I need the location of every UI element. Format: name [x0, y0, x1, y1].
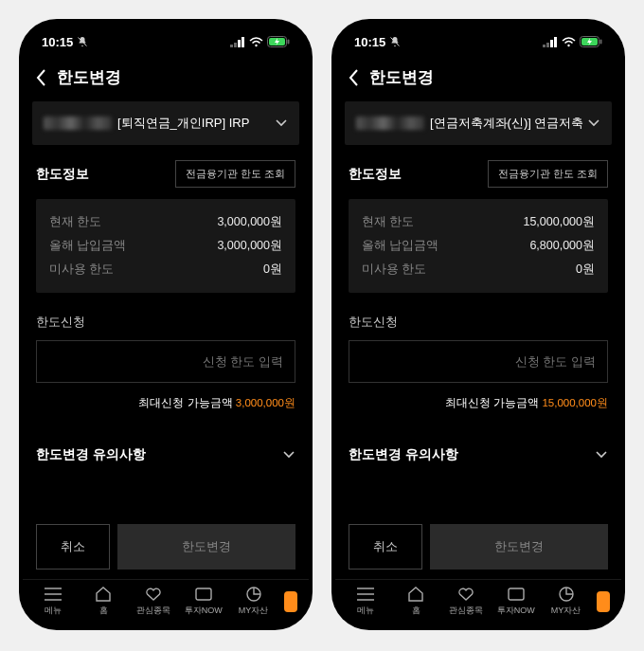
- page-header: 한도변경: [23, 55, 309, 98]
- query-all-institutions-button[interactable]: 전금융기관 한도 조회: [175, 160, 295, 188]
- nav-home[interactable]: 홈: [391, 586, 441, 617]
- apply-section: 한도신청: [335, 304, 621, 389]
- row-year-deposit: 올해 납입금액 3,000,000원: [49, 234, 282, 258]
- phone-screen-left: 10:15 한도변경 [퇴직연금_개인IRP] IRP 한도정보 전금융기관 한…: [19, 19, 313, 630]
- bell-silent-icon: [389, 36, 401, 47]
- bottom-nav: 메뉴 홈 관심종목 투자NOW MY자산: [335, 579, 621, 626]
- back-icon[interactable]: [349, 69, 360, 86]
- svg-point-19: [567, 44, 569, 45]
- apply-section: 한도신청: [23, 304, 309, 389]
- account-selector[interactable]: [연금저축계좌(신)] 연금저축: [345, 101, 612, 145]
- svg-rect-26: [509, 588, 524, 600]
- apply-title: 한도신청: [36, 314, 295, 331]
- account-selector[interactable]: [퇴직연금_개인IRP] IRP: [32, 101, 299, 145]
- wifi-icon: [562, 37, 576, 47]
- heart-icon: [144, 586, 163, 603]
- query-all-institutions-button[interactable]: 전금융기관 한도 조회: [488, 160, 608, 188]
- limit-input[interactable]: [36, 340, 295, 383]
- pie-icon: [557, 586, 576, 603]
- pie-icon: [244, 586, 263, 603]
- svg-rect-8: [288, 40, 290, 45]
- notice-expander[interactable]: 한도변경 유의사항: [23, 424, 309, 480]
- back-icon[interactable]: [36, 69, 47, 86]
- max-amount: 15,000,000원: [542, 397, 608, 408]
- nav-highlight-pill[interactable]: [591, 591, 616, 612]
- svg-rect-18: [554, 37, 557, 47]
- nav-my-assets[interactable]: MY자산: [541, 586, 591, 617]
- nav-watchlist[interactable]: 관심종목: [129, 586, 179, 617]
- cancel-button[interactable]: 취소: [36, 524, 110, 570]
- status-time: 10:15: [42, 35, 73, 49]
- limit-info-section: 한도정보 전금융기관 한도 조회 현재 한도 15,000,000원 올해 납입…: [335, 145, 621, 304]
- phone-screen-right: 10:15 한도변경 [연금저축계좌(신)] 연금저축 한도정보 전금융기관 한…: [331, 19, 625, 630]
- submit-button[interactable]: 한도변경: [430, 524, 608, 570]
- page-title: 한도변경: [369, 66, 434, 88]
- cancel-button[interactable]: 취소: [349, 524, 422, 570]
- svg-rect-4: [242, 37, 244, 47]
- svg-rect-12: [196, 588, 211, 600]
- status-time: 10:15: [354, 35, 385, 49]
- svg-rect-15: [543, 45, 546, 47]
- apply-title: 한도신청: [349, 314, 608, 331]
- nav-menu[interactable]: 메뉴: [341, 586, 391, 617]
- svg-rect-2: [234, 43, 237, 47]
- nav-my-assets[interactable]: MY자산: [228, 586, 278, 617]
- svg-rect-17: [550, 40, 553, 47]
- account-label: [퇴직연금_개인IRP] IRP: [117, 115, 249, 132]
- orange-pill-icon: [597, 591, 610, 612]
- page-header: 한도변경: [335, 55, 621, 98]
- nav-highlight-pill[interactable]: [278, 591, 303, 612]
- limit-info-title: 한도정보: [36, 166, 89, 183]
- menu-icon: [44, 586, 63, 603]
- nav-invest-now[interactable]: 투자NOW: [491, 586, 541, 617]
- row-current-limit: 현재 한도 15,000,000원: [362, 210, 595, 234]
- svg-point-5: [255, 44, 257, 45]
- bottom-actions: 취소 한도변경: [23, 524, 309, 579]
- home-icon: [94, 586, 113, 603]
- orange-pill-icon: [284, 591, 297, 612]
- chevron-down-icon: [275, 118, 288, 128]
- home-icon: [406, 586, 425, 603]
- wifi-icon: [249, 37, 263, 47]
- limit-info-title: 한도정보: [349, 166, 402, 183]
- screen-icon: [507, 586, 526, 603]
- battery-icon: [267, 36, 290, 47]
- heart-icon: [456, 586, 475, 603]
- screen-icon: [194, 586, 213, 603]
- account-label: [연금저축계좌(신)] 연금저축: [430, 115, 584, 132]
- nav-watchlist[interactable]: 관심종목: [441, 586, 492, 617]
- status-bar: 10:15: [23, 28, 309, 55]
- row-unused-limit: 미사용 한도 0원: [49, 258, 282, 281]
- svg-rect-22: [600, 40, 602, 45]
- notice-expander[interactable]: 한도변경 유의사항: [335, 424, 621, 480]
- nav-menu[interactable]: 메뉴: [28, 586, 79, 617]
- row-current-limit: 현재 한도 3,000,000원: [49, 210, 282, 234]
- row-year-deposit: 올해 납입금액 6,800,000원: [362, 234, 595, 258]
- svg-rect-3: [238, 40, 241, 47]
- submit-button[interactable]: 한도변경: [117, 524, 295, 570]
- battery-icon: [580, 36, 602, 47]
- bell-silent-icon: [77, 36, 88, 47]
- limit-info-box: 현재 한도 3,000,000원 올해 납입금액 3,000,000원 미사용 …: [36, 199, 295, 293]
- max-amount: 3,000,000원: [236, 397, 295, 408]
- svg-rect-1: [230, 45, 233, 47]
- svg-rect-16: [546, 43, 549, 47]
- menu-icon: [356, 586, 375, 603]
- nav-invest-now[interactable]: 투자NOW: [178, 586, 228, 617]
- max-apply-line: 최대신청 가능금액 15,000,000원: [335, 389, 621, 424]
- row-unused-limit: 미사용 한도 0원: [362, 258, 595, 281]
- nav-home[interactable]: 홈: [79, 586, 129, 617]
- limit-info-section: 한도정보 전금융기관 한도 조회 현재 한도 3,000,000원 올해 납입금…: [23, 145, 309, 304]
- chevron-down-icon: [282, 450, 295, 460]
- bottom-nav: 메뉴 홈 관심종목 투자NOW MY자산: [23, 579, 309, 626]
- signal-icon: [230, 37, 245, 47]
- account-number-masked: [44, 117, 112, 130]
- chevron-down-icon: [587, 118, 600, 128]
- chevron-down-icon: [595, 450, 608, 460]
- limit-input[interactable]: [349, 340, 608, 383]
- signal-icon: [543, 37, 558, 47]
- status-bar: 10:15: [335, 28, 621, 55]
- max-apply-line: 최대신청 가능금액 3,000,000원: [23, 389, 309, 424]
- page-title: 한도변경: [57, 66, 121, 88]
- limit-info-box: 현재 한도 15,000,000원 올해 납입금액 6,800,000원 미사용…: [349, 199, 608, 293]
